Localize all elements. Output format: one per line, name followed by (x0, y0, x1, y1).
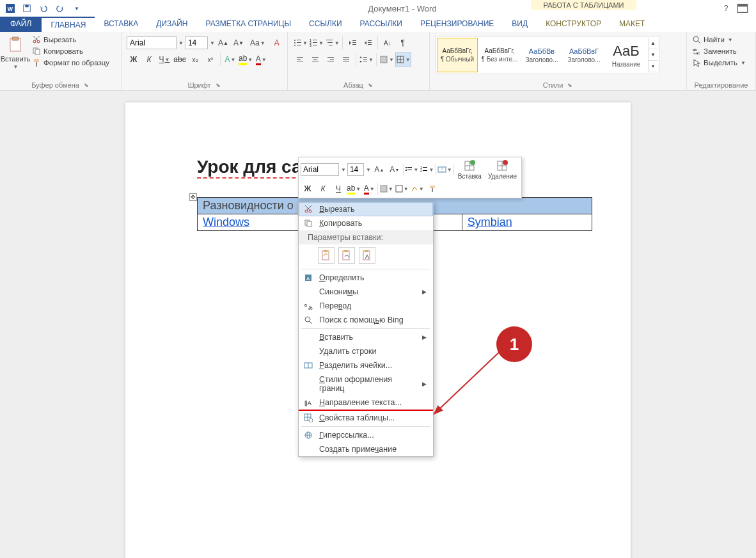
save-icon[interactable] (19, 1, 35, 15)
tab-insert[interactable]: ВСТАВКА (95, 17, 147, 32)
font-name-input[interactable] (127, 36, 177, 49)
tab-file[interactable]: ФАЙЛ (0, 17, 42, 32)
tab-review[interactable]: РЕЦЕНЗИРОВАНИЕ (411, 17, 503, 32)
tab-table-design[interactable]: КОНСТРУКТОР (537, 17, 610, 32)
paste-button[interactable]: Вставить ▼ (3, 33, 28, 80)
tab-references[interactable]: ССЫЛКИ (300, 17, 350, 32)
text-effects-button[interactable]: A▼ (223, 52, 237, 67)
borders-button[interactable]: ▼ (395, 52, 411, 67)
style-scroll-up[interactable]: ▲ (649, 38, 658, 49)
bold-button[interactable]: Ж (127, 52, 141, 67)
ctx-new-comment[interactable]: Создать примечание (299, 442, 433, 456)
align-right-button[interactable] (324, 52, 338, 67)
multilevel-list-button[interactable]: ▼ (325, 36, 340, 50)
style-no-spacing[interactable]: АаБбВвГг,¶ Без инте... (479, 38, 520, 72)
align-center-button[interactable] (308, 52, 322, 67)
paste-keep-source[interactable] (318, 247, 335, 264)
ctx-insert[interactable]: Вставить▶ (299, 330, 433, 344)
copy-button[interactable]: Копировать (29, 46, 112, 56)
style-heading2[interactable]: АаБбВвГЗаголово... (563, 38, 604, 72)
paste-text-only[interactable]: A (359, 247, 375, 264)
cut-button[interactable]: Вырезать (29, 35, 112, 45)
tab-home[interactable]: ГЛАВНАЯ (42, 17, 95, 32)
help-icon[interactable]: ? (720, 3, 732, 14)
word-app-icon[interactable]: W (3, 1, 18, 15)
style-normal[interactable]: АаБбВвГг,¶ Обычный (437, 38, 478, 72)
ctx-bing-search[interactable]: Поиск с помощью Bing (299, 313, 433, 327)
grow-font-button[interactable]: A▲ (216, 36, 230, 50)
ctx-border-styles[interactable]: Стили оформления границ▶ (299, 372, 433, 395)
shrink-font-button[interactable]: A▼ (232, 36, 246, 50)
tab-table-layout[interactable]: МАКЕТ (610, 17, 654, 32)
font-color-button[interactable]: A▼ (254, 52, 268, 67)
replace-button[interactable]: abacЗаменить (689, 46, 748, 56)
shading-button[interactable]: ▼ (379, 52, 394, 67)
mini-bullets[interactable]: ▼ (405, 163, 419, 177)
increase-indent-button[interactable] (361, 36, 375, 50)
strikethrough-button[interactable]: abc (173, 52, 187, 67)
qat-customize-icon[interactable]: ▼ (69, 1, 84, 15)
bullets-button[interactable]: ▼ (293, 36, 308, 50)
mini-highlight[interactable]: ab▼ (347, 182, 361, 196)
align-left-button[interactable] (293, 52, 307, 67)
highlight-button[interactable]: ab▼ (239, 52, 253, 67)
format-painter-button[interactable]: Формат по образцу (29, 58, 112, 68)
table-cell[interactable]: Symbian (462, 214, 592, 231)
select-button[interactable]: Выделить▼ (689, 58, 748, 68)
mini-grow-font[interactable]: A▲ (372, 163, 386, 177)
mini-bold[interactable]: Ж (301, 182, 315, 196)
italic-button[interactable]: К (142, 52, 156, 67)
mini-font-color[interactable]: A▼ (362, 182, 376, 196)
line-spacing-button[interactable]: ▼ (359, 52, 374, 67)
tab-design[interactable]: ДИЗАЙН (147, 17, 196, 32)
find-button[interactable]: Найти▼ (689, 35, 748, 45)
mini-insert-button[interactable]: Вставка (455, 159, 484, 180)
styles-dialog-launcher[interactable]: ⬊ (567, 82, 573, 88)
mini-border-styles[interactable]: ▼ (410, 182, 424, 196)
mini-font-size[interactable] (347, 163, 364, 176)
tab-page-layout[interactable]: РАЗМЕТКА СТРАНИЦЫ (197, 17, 301, 32)
justify-button[interactable] (339, 52, 353, 67)
ctx-table-properties[interactable]: Свойства таблицы... (299, 411, 433, 425)
ribbon-display-icon[interactable] (737, 3, 748, 14)
ctx-text-direction[interactable]: ||AНаправление текста... (299, 395, 433, 410)
mini-merge-cells[interactable]: ▼ (437, 163, 452, 177)
mini-shrink-font[interactable]: A▼ (388, 163, 402, 177)
ctx-split-cells[interactable]: Разделить ячейки... (299, 358, 433, 372)
underline-button[interactable]: Ч▼ (157, 52, 171, 67)
mini-numbering[interactable]: 12▼ (420, 163, 434, 177)
ctx-cut[interactable]: ВВырезатьырезать (299, 202, 433, 216)
show-marks-button[interactable]: ¶ (396, 36, 410, 50)
tab-view[interactable]: ВИД (503, 17, 537, 32)
decrease-indent-button[interactable] (345, 36, 359, 50)
superscript-button[interactable]: x² (203, 52, 217, 67)
numbering-button[interactable]: 123▼ (309, 36, 324, 50)
ctx-delete-rows[interactable]: Удалить строки (299, 344, 433, 358)
clipboard-dialog-launcher[interactable]: ⬊ (83, 82, 90, 88)
ctx-define[interactable]: AОпределить (299, 271, 433, 285)
mini-borders[interactable]: ▼ (395, 182, 409, 196)
sort-button[interactable]: A↓ (381, 36, 395, 50)
mini-italic[interactable]: К (316, 182, 330, 196)
mini-shading[interactable]: ▼ (379, 182, 393, 196)
tab-mailings[interactable]: РАССЫЛКИ (351, 17, 411, 32)
undo-icon[interactable] (36, 1, 51, 15)
clear-formatting-button[interactable]: A (270, 36, 284, 50)
mini-delete-button[interactable]: Удаление (485, 159, 519, 180)
style-expand[interactable]: ▾ (649, 61, 658, 72)
font-size-input[interactable] (185, 36, 208, 49)
font-dialog-launcher[interactable]: ⬊ (215, 82, 221, 88)
ctx-copy[interactable]: Копировать (299, 216, 433, 230)
ctx-translate[interactable]: аあПеревод (299, 299, 433, 313)
redo-icon[interactable] (52, 1, 68, 15)
table-move-handle[interactable]: ✥ (189, 193, 197, 201)
mini-underline[interactable]: Ч (331, 182, 345, 196)
document-page[interactable]: Урок для сайт ✥ Разновидности о Windows … (125, 102, 631, 558)
style-scroll-down[interactable]: ▼ (649, 49, 658, 61)
ctx-hyperlink[interactable]: Гиперссылка... (299, 428, 433, 442)
mini-format-painter[interactable] (425, 182, 439, 196)
mini-font-name[interactable] (301, 163, 339, 176)
change-case-button[interactable]: Aa▼ (251, 36, 265, 50)
paste-merge-formatting[interactable] (338, 247, 355, 264)
style-heading1[interactable]: АаБбВвЗаголово... (521, 38, 562, 72)
